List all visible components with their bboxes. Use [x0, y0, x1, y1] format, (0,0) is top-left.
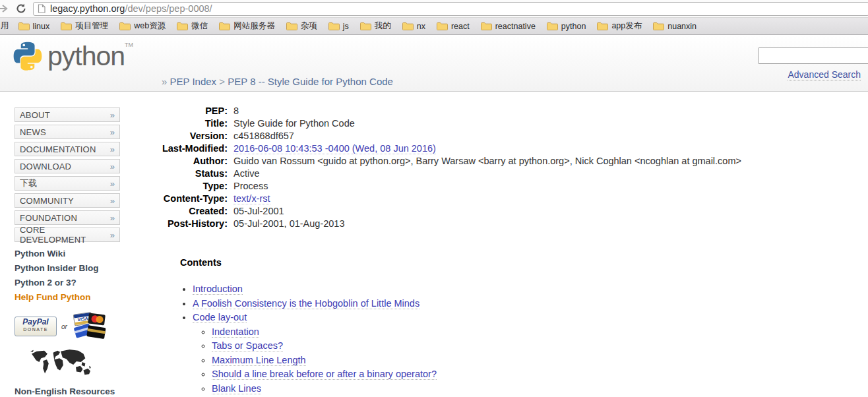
bookmark-item[interactable]: js: [328, 22, 349, 31]
bookmark-item[interactable]: 用: [1, 20, 9, 32]
reload-icon[interactable]: [16, 3, 26, 14]
toc-subitem: Tabs or Spaces?: [212, 339, 437, 353]
sidebar-item-foundation[interactable]: FOUNDATION»: [15, 210, 120, 225]
table-of-contents: Introduction A Foolish Consistency is th…: [180, 282, 437, 396]
folder-icon: [597, 22, 608, 30]
folder-icon: [360, 22, 371, 30]
meta-row-title: Title:Style Guide for Python Code: [162, 117, 741, 130]
url-bar[interactable]: legacy.python.org/dev/peps/pep-0008/: [33, 2, 868, 16]
sidebar-links: Python Wiki Python Insider Blog Python 2…: [15, 247, 120, 305]
world-map-image[interactable]: [29, 348, 120, 381]
toc-link-maximum-line-length[interactable]: Maximum Line Length: [212, 355, 306, 366]
toc-subitem: Blank Lines: [212, 382, 437, 396]
sidebar: ABOUT» NEWS» DOCUMENTATION» DOWNLOAD» 下载…: [15, 107, 120, 396]
url-text: legacy.python.org/dev/peps/pep-0008/: [50, 3, 212, 14]
browser-toolbar: legacy.python.org/dev/peps/pep-0008/: [0, 0, 868, 18]
chevron-right-icon: »: [110, 127, 115, 137]
bookmark-item[interactable]: nx: [402, 22, 425, 31]
credit-cards-icon[interactable]: VISA: [71, 311, 106, 342]
breadcrumb-pep-index-link[interactable]: PEP Index: [170, 76, 217, 87]
meta-row-author: Author:Guido van Rossum <guido at python…: [162, 155, 741, 168]
toc-item: Introduction: [193, 282, 437, 297]
folder-icon: [18, 22, 30, 30]
sidebar-item-core-development[interactable]: CORE DEVELOPMENT»: [15, 228, 120, 242]
non-english-resources-link[interactable]: Non-English Resources: [15, 386, 120, 396]
folder-icon: [402, 22, 414, 30]
toc-link-code-layout[interactable]: Code lay-out: [193, 312, 247, 323]
meta-row-type: Type:Process: [162, 180, 741, 193]
chevron-right-icon: »: [110, 213, 115, 223]
toc-link-line-break-binary-operator[interactable]: Should a line break before or after a bi…: [212, 369, 437, 380]
paypal-donate-button[interactable]: PayPal DONATE: [15, 317, 57, 336]
sidebar-item-download[interactable]: DOWNLOAD»: [15, 159, 120, 173]
toc-link-introduction[interactable]: Introduction: [193, 284, 243, 295]
breadcrumb-arrow-icon: »: [162, 76, 167, 87]
site-header: pythonTM » PEP Index > PEP 8 -- Style Gu…: [0, 35, 868, 92]
page-content: pythonTM » PEP Index > PEP 8 -- Style Gu…: [0, 35, 868, 396]
breadcrumb-separator: >: [219, 76, 225, 87]
contents-section: Contents Introduction A Foolish Consiste…: [180, 257, 437, 396]
search-input[interactable]: [759, 47, 868, 64]
python-insider-blog-link[interactable]: Python Insider Blog: [15, 261, 120, 276]
python-wiki-link[interactable]: Python Wiki: [15, 247, 120, 261]
donate-row: PayPal DONATE or VISA: [15, 311, 120, 342]
folder-icon: [328, 22, 340, 30]
bookmark-item[interactable]: reactnative: [481, 22, 536, 31]
meta-row-content-type: Content-Type:text/x-rst: [162, 193, 741, 205]
bookmark-item[interactable]: web资源: [119, 20, 166, 32]
meta-row-version: Version:c451868df657: [162, 130, 741, 142]
sidebar-item-download-cn[interactable]: 下载»: [15, 176, 120, 191]
meta-row-created: Created:05-Jul-2001: [162, 205, 741, 218]
folder-icon: [61, 22, 72, 30]
logo-wordmark: pythonTM: [47, 41, 133, 72]
python-logo[interactable]: pythonTM: [11, 39, 133, 73]
bookmark-item[interactable]: 网站服务器: [219, 20, 275, 32]
url-path: /dev/peps/pep-0008/: [125, 3, 212, 14]
sidebar-item-news[interactable]: NEWS»: [15, 125, 120, 139]
bookmark-item[interactable]: 我的: [360, 20, 391, 32]
advanced-search-link[interactable]: Advanced Search: [788, 69, 861, 80]
url-host: legacy.python.org: [50, 3, 125, 14]
chevron-right-icon: »: [110, 162, 115, 171]
folder-icon: [437, 22, 448, 30]
bookmark-item[interactable]: 杂项: [286, 20, 317, 32]
toc-link-indentation[interactable]: Indentation: [212, 326, 259, 338]
chevron-right-icon: »: [110, 144, 115, 154]
toc-link-blank-lines[interactable]: Blank Lines: [212, 383, 261, 394]
bookmark-item[interactable]: nuanxin: [653, 22, 697, 31]
toc-item: A Foolish Consistency is the Hobgoblin o…: [193, 297, 437, 311]
folder-icon: [481, 22, 492, 30]
bookmark-item[interactable]: react: [437, 22, 470, 31]
chevron-right-icon: »: [110, 179, 115, 189]
folder-icon: [119, 22, 131, 30]
folder-icon: [653, 22, 664, 30]
bookmark-item[interactable]: python: [547, 22, 586, 31]
toc-item: Code lay-out Indentation Tabs or Spaces?…: [193, 311, 437, 396]
toc-subitem: Maximum Line Length: [212, 353, 437, 368]
bookmark-item[interactable]: 微信: [177, 20, 208, 32]
chevron-right-icon: »: [110, 196, 115, 206]
bookmark-item[interactable]: 项目管理: [61, 20, 108, 32]
sidebar-item-about[interactable]: ABOUT»: [15, 107, 120, 122]
python-2-or-3-link[interactable]: Python 2 or 3?: [15, 276, 120, 290]
last-modified-link[interactable]: 2016-06-08 10:43:53 -0400 (Wed, 08 Jun 2…: [233, 143, 436, 154]
content-type-link[interactable]: text/x-rst: [233, 193, 270, 204]
folder-icon: [177, 22, 188, 30]
sidebar-item-community[interactable]: COMMUNITY»: [15, 193, 120, 208]
toc-link-tabs-or-spaces[interactable]: Tabs or Spaces?: [212, 340, 283, 351]
or-label: or: [61, 323, 67, 330]
bookmark-item[interactable]: app发布: [597, 20, 642, 32]
bookmark-item[interactable]: linux: [18, 22, 50, 31]
help-fund-python-link[interactable]: Help Fund Python: [15, 290, 120, 305]
chevron-right-icon: »: [110, 110, 115, 120]
folder-icon: [219, 22, 230, 30]
breadcrumb-current-page: PEP 8 -- Style Guide for Python Code: [228, 76, 393, 87]
document-icon: [38, 4, 46, 13]
sidebar-item-documentation[interactable]: DOCUMENTATION»: [15, 142, 120, 156]
meta-row-post-history: Post-History:05-Jul-2001, 01-Aug-2013: [162, 218, 741, 230]
breadcrumb: » PEP Index > PEP 8 -- Style Guide for P…: [162, 76, 393, 87]
forward-icon[interactable]: [0, 3, 10, 14]
logo-tm: TM: [125, 42, 133, 48]
toc-link-foolish-consistency[interactable]: A Foolish Consistency is the Hobgoblin o…: [193, 298, 419, 309]
toc-subitem: Should a line break before or after a bi…: [212, 367, 437, 382]
